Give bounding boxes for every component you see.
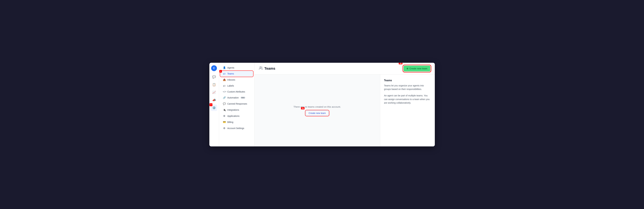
main-content: Teams 3b ⊕ Create new team There are no …	[254, 63, 435, 146]
step-3a-badge: 3a	[301, 107, 304, 109]
beta-badge: Beta	[240, 97, 245, 99]
step-1-badge: 1	[210, 103, 212, 106]
custom-attributes-icon: </>	[223, 91, 226, 93]
canned-responses-icon: 💬	[223, 102, 226, 105]
info-panel-title: Teams	[384, 79, 431, 82]
sidebar-item-applications-label: Applications	[228, 115, 240, 117]
sidebar-item-automation-label: Automation	[228, 96, 239, 99]
sidebar-item-integrations-label: Integrations	[228, 109, 239, 111]
app-window: C 💬 📋 📈 📣 ⚙️ 1 👤 Agents 2 🏷 Teams	[209, 63, 435, 146]
sidebar-item-automation[interactable]: 🔗 Automation Beta	[220, 95, 253, 101]
sidebar-item-contacts[interactable]: 📋	[211, 81, 217, 88]
automation-icon: 🔗	[223, 96, 226, 99]
sidebar-item-canned-responses[interactable]: 💬 Canned Responses	[220, 101, 253, 107]
sidebar-item-billing[interactable]: 💳 Billing	[220, 119, 253, 125]
teams-page-icon	[259, 66, 263, 71]
settings-icon: ⚙️	[212, 106, 216, 110]
main-header: Teams 3b ⊕ Create new team	[254, 63, 435, 74]
account-settings-icon: ⚙	[223, 127, 226, 130]
sidebar-item-custom-attributes-label: Custom Attributes	[228, 90, 245, 93]
sidebar-item-applications[interactable]: ⚙ Applications	[220, 113, 253, 119]
page-title-area: Teams	[259, 66, 276, 71]
sidebar-item-campaigns[interactable]: 📣	[211, 97, 217, 103]
sidebar-item-inboxes[interactable]: 📥 Inboxes	[220, 77, 253, 83]
create-button-wrapper: 3b ⊕ Create new team	[404, 66, 430, 71]
sidebar-item-teams[interactable]: 2 🏷 Teams	[220, 71, 253, 77]
sidebar-item-inboxes-label: Inboxes	[228, 78, 235, 81]
sidebar: 👤 Agents 2 🏷 Teams 📥 Inboxes 🏷 Labels </…	[219, 63, 254, 146]
contacts-icon: 📋	[212, 83, 216, 86]
sidebar-item-conversations[interactable]: 💬	[211, 74, 217, 80]
sidebar-item-labels-label: Labels	[228, 84, 234, 87]
plus-circle-icon: ⊕	[406, 67, 408, 70]
main-body: There are no teams created on this accou…	[254, 74, 435, 146]
sidebar-item-account-settings-label: Account Settings	[228, 127, 244, 130]
info-panel-text-2: An agent can be part of multiple teams. …	[384, 94, 431, 105]
empty-state-area: There are no teams created on this accou…	[254, 74, 380, 146]
sidebar-item-agents[interactable]: 👤 Agents	[220, 65, 253, 71]
sidebar-item-reports[interactable]: 📈	[211, 89, 217, 96]
sidebar-item-labels[interactable]: 🏷 Labels	[220, 83, 253, 89]
icon-bar: C 💬 📋 📈 📣 ⚙️ 1	[209, 63, 219, 146]
sidebar-item-teams-label: Teams	[228, 72, 234, 75]
billing-icon: 💳	[223, 121, 226, 124]
sidebar-item-settings[interactable]: ⚙️ 1	[211, 105, 217, 111]
info-panel-text-1: Teams let you organize your agents into …	[384, 84, 431, 91]
sidebar-item-account-settings[interactable]: ⚙ Account Settings	[220, 125, 253, 131]
reports-icon: 📈	[212, 91, 216, 94]
applications-icon: ⚙	[223, 115, 226, 117]
integrations-icon: 🔌	[223, 108, 226, 111]
step-2-badge: 2	[219, 70, 222, 73]
campaigns-icon: 📣	[212, 98, 216, 102]
page-title: Teams	[264, 66, 276, 71]
info-panel: Teams Teams let you organize your agents…	[380, 74, 435, 146]
sidebar-item-custom-attributes[interactable]: </> Custom Attributes	[220, 89, 253, 94]
conversations-icon: 💬	[212, 75, 216, 79]
svg-point-0	[260, 67, 261, 68]
empty-state-message: There are no teams created on this accou…	[294, 105, 341, 108]
step-3b-badge: 3b	[399, 63, 402, 64]
teams-icon: 🏷	[223, 72, 226, 75]
sidebar-item-integrations[interactable]: 🔌 Integrations	[220, 107, 253, 113]
agents-icon: 👤	[223, 66, 226, 69]
labels-icon: 🏷	[223, 84, 226, 87]
app-logo[interactable]: C	[211, 65, 217, 71]
sidebar-item-agents-label: Agents	[228, 66, 234, 69]
create-new-team-button-inline[interactable]: Create new team	[306, 111, 328, 116]
create-new-team-button-header[interactable]: ⊕ Create new team	[404, 66, 430, 71]
sidebar-item-canned-responses-label: Canned Responses	[228, 102, 247, 105]
inboxes-icon: 📥	[223, 78, 226, 81]
sidebar-item-billing-label: Billing	[228, 121, 233, 123]
